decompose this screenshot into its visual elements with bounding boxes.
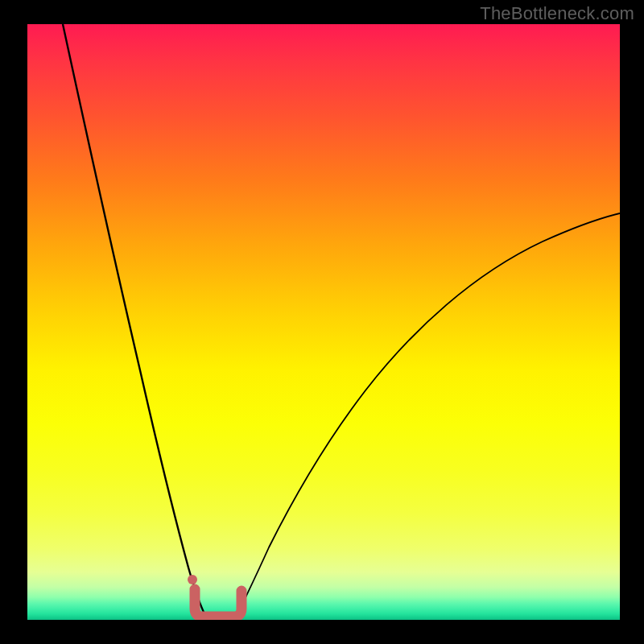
valley-dot (188, 575, 197, 584)
chart-frame: TheBottleneck.com (0, 0, 644, 644)
curve-left (63, 24, 208, 620)
valley-marker (195, 589, 242, 617)
curve-right (235, 213, 620, 620)
plot-area (27, 24, 620, 620)
watermark-text: TheBottleneck.com (480, 3, 634, 24)
curve-layer (27, 24, 620, 620)
